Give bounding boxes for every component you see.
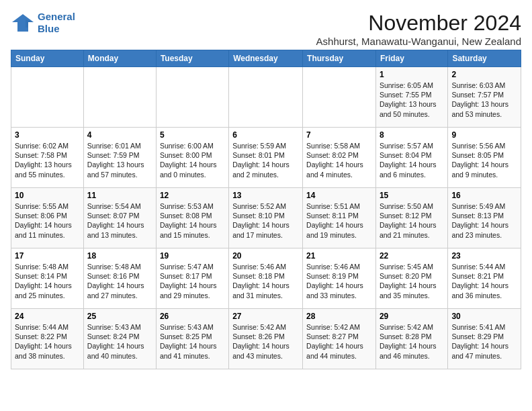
calendar-cell: 29Sunrise: 5:42 AMSunset: 8:28 PMDayligh… bbox=[375, 309, 447, 369]
logo: General Blue bbox=[11, 11, 75, 35]
page-wrapper: General Blue November 2024 Ashhurst, Man… bbox=[11, 11, 521, 369]
calendar-cell: 11Sunrise: 5:54 AMSunset: 8:07 PMDayligh… bbox=[83, 188, 156, 248]
day-info: Sunrise: 5:54 AMSunset: 8:07 PMDaylight:… bbox=[87, 201, 152, 240]
header-monday: Monday bbox=[83, 50, 156, 67]
day-info: Sunrise: 5:44 AMSunset: 8:22 PMDaylight:… bbox=[15, 322, 80, 361]
header-wednesday: Wednesday bbox=[229, 50, 303, 67]
day-number: 28 bbox=[306, 312, 372, 321]
calendar-cell bbox=[303, 67, 376, 128]
day-info: Sunrise: 5:41 AMSunset: 8:29 PMDaylight:… bbox=[451, 322, 517, 361]
calendar-cell bbox=[83, 67, 156, 128]
calendar-cell bbox=[229, 67, 303, 128]
calendar-cell: 12Sunrise: 5:53 AMSunset: 8:08 PMDayligh… bbox=[156, 188, 228, 248]
header-row: Sunday Monday Tuesday Wednesday Thursday… bbox=[11, 50, 521, 67]
day-number: 18 bbox=[87, 251, 152, 261]
calendar-cell: 23Sunrise: 5:44 AMSunset: 8:21 PMDayligh… bbox=[448, 248, 521, 309]
day-number: 17 bbox=[15, 251, 80, 261]
header-sunday: Sunday bbox=[11, 50, 84, 67]
day-number: 25 bbox=[87, 312, 152, 321]
day-number: 10 bbox=[15, 191, 80, 200]
day-number: 26 bbox=[160, 312, 225, 321]
calendar-cell: 9Sunrise: 5:56 AMSunset: 8:05 PMDaylight… bbox=[448, 128, 521, 188]
day-info: Sunrise: 5:57 AMSunset: 8:04 PMDaylight:… bbox=[380, 141, 444, 179]
calendar-cell: 20Sunrise: 5:46 AMSunset: 8:18 PMDayligh… bbox=[229, 248, 303, 309]
day-number: 20 bbox=[232, 251, 299, 261]
day-info: Sunrise: 5:42 AMSunset: 8:27 PMDaylight:… bbox=[306, 322, 372, 361]
day-number: 14 bbox=[306, 191, 372, 200]
title-block: November 2024 Ashhurst, Manawatu-Wanganu… bbox=[316, 11, 521, 47]
day-info: Sunrise: 5:43 AMSunset: 8:24 PMDaylight:… bbox=[87, 322, 152, 361]
day-info: Sunrise: 5:47 AMSunset: 8:17 PMDaylight:… bbox=[160, 262, 225, 300]
day-info: Sunrise: 5:50 AMSunset: 8:12 PMDaylight:… bbox=[380, 201, 444, 240]
day-info: Sunrise: 5:49 AMSunset: 8:13 PMDaylight:… bbox=[451, 201, 517, 240]
header-tuesday: Tuesday bbox=[156, 50, 228, 67]
calendar-cell: 18Sunrise: 5:48 AMSunset: 8:16 PMDayligh… bbox=[83, 248, 156, 309]
location-subtitle: Ashhurst, Manawatu-Wanganui, New Zealand bbox=[316, 36, 521, 47]
day-number: 15 bbox=[380, 191, 444, 200]
header-thursday: Thursday bbox=[303, 50, 376, 67]
day-info: Sunrise: 5:56 AMSunset: 8:05 PMDaylight:… bbox=[451, 141, 517, 179]
calendar-cell: 2Sunrise: 6:03 AMSunset: 7:57 PMDaylight… bbox=[448, 67, 521, 128]
day-info: Sunrise: 5:42 AMSunset: 8:26 PMDaylight:… bbox=[232, 322, 299, 361]
calendar-cell: 30Sunrise: 5:41 AMSunset: 8:29 PMDayligh… bbox=[448, 309, 521, 369]
calendar-week-2: 3Sunrise: 6:02 AMSunset: 7:58 PMDaylight… bbox=[11, 128, 521, 188]
day-info: Sunrise: 5:45 AMSunset: 8:20 PMDaylight:… bbox=[380, 262, 444, 300]
calendar-cell: 19Sunrise: 5:47 AMSunset: 8:17 PMDayligh… bbox=[156, 248, 228, 309]
day-number: 8 bbox=[380, 130, 444, 140]
day-info: Sunrise: 6:01 AMSunset: 7:59 PMDaylight:… bbox=[87, 141, 152, 179]
calendar-cell: 5Sunrise: 6:00 AMSunset: 8:00 PMDaylight… bbox=[156, 128, 228, 188]
calendar-cell: 14Sunrise: 5:51 AMSunset: 8:11 PMDayligh… bbox=[303, 188, 376, 248]
day-number: 27 bbox=[232, 312, 299, 321]
day-info: Sunrise: 5:46 AMSunset: 8:18 PMDaylight:… bbox=[232, 262, 299, 300]
calendar-week-4: 17Sunrise: 5:48 AMSunset: 8:14 PMDayligh… bbox=[11, 248, 521, 309]
day-info: Sunrise: 6:05 AMSunset: 7:55 PMDaylight:… bbox=[380, 81, 444, 119]
day-info: Sunrise: 5:52 AMSunset: 8:10 PMDaylight:… bbox=[232, 201, 299, 240]
month-title: November 2024 bbox=[316, 11, 521, 36]
day-info: Sunrise: 6:03 AMSunset: 7:57 PMDaylight:… bbox=[451, 81, 517, 119]
calendar-cell: 13Sunrise: 5:52 AMSunset: 8:10 PMDayligh… bbox=[229, 188, 303, 248]
logo-text: General Blue bbox=[38, 11, 75, 35]
day-info: Sunrise: 5:42 AMSunset: 8:28 PMDaylight:… bbox=[380, 322, 444, 361]
header-friday: Friday bbox=[375, 50, 447, 67]
day-number: 4 bbox=[87, 130, 152, 140]
calendar-cell: 17Sunrise: 5:48 AMSunset: 8:14 PMDayligh… bbox=[11, 248, 84, 309]
calendar-week-1: 1Sunrise: 6:05 AMSunset: 7:55 PMDaylight… bbox=[11, 67, 521, 128]
calendar-week-3: 10Sunrise: 5:55 AMSunset: 8:06 PMDayligh… bbox=[11, 188, 521, 248]
day-info: Sunrise: 5:53 AMSunset: 8:08 PMDaylight:… bbox=[160, 201, 225, 240]
calendar-cell: 6Sunrise: 5:59 AMSunset: 8:01 PMDaylight… bbox=[229, 128, 303, 188]
day-number: 12 bbox=[160, 191, 225, 200]
day-info: Sunrise: 5:59 AMSunset: 8:01 PMDaylight:… bbox=[232, 141, 299, 179]
calendar-cell: 22Sunrise: 5:45 AMSunset: 8:20 PMDayligh… bbox=[375, 248, 447, 309]
day-number: 30 bbox=[451, 312, 517, 321]
day-info: Sunrise: 5:48 AMSunset: 8:14 PMDaylight:… bbox=[15, 262, 80, 300]
day-number: 7 bbox=[306, 130, 372, 140]
calendar-cell: 4Sunrise: 6:01 AMSunset: 7:59 PMDaylight… bbox=[83, 128, 156, 188]
day-info: Sunrise: 6:00 AMSunset: 8:00 PMDaylight:… bbox=[160, 141, 225, 179]
day-number: 29 bbox=[380, 312, 444, 321]
day-info: Sunrise: 5:51 AMSunset: 8:11 PMDaylight:… bbox=[306, 201, 372, 240]
day-number: 13 bbox=[232, 191, 299, 200]
day-number: 6 bbox=[232, 130, 299, 140]
calendar-cell: 10Sunrise: 5:55 AMSunset: 8:06 PMDayligh… bbox=[11, 188, 84, 248]
day-number: 3 bbox=[15, 130, 80, 140]
calendar-body: 1Sunrise: 6:05 AMSunset: 7:55 PMDaylight… bbox=[11, 67, 521, 369]
day-number: 22 bbox=[380, 251, 444, 261]
calendar-cell bbox=[156, 67, 228, 128]
calendar-table: Sunday Monday Tuesday Wednesday Thursday… bbox=[11, 50, 521, 369]
day-info: Sunrise: 5:48 AMSunset: 8:16 PMDaylight:… bbox=[87, 262, 152, 300]
calendar-cell: 24Sunrise: 5:44 AMSunset: 8:22 PMDayligh… bbox=[11, 309, 84, 369]
day-number: 9 bbox=[451, 130, 517, 140]
day-number: 1 bbox=[380, 70, 444, 79]
day-number: 24 bbox=[15, 312, 80, 321]
header-saturday: Saturday bbox=[448, 50, 521, 67]
day-info: Sunrise: 5:46 AMSunset: 8:19 PMDaylight:… bbox=[306, 262, 372, 300]
day-number: 11 bbox=[87, 191, 152, 200]
day-number: 19 bbox=[160, 251, 225, 261]
calendar-cell: 15Sunrise: 5:50 AMSunset: 8:12 PMDayligh… bbox=[375, 188, 447, 248]
calendar-cell bbox=[11, 67, 84, 128]
day-number: 5 bbox=[160, 130, 225, 140]
day-info: Sunrise: 5:55 AMSunset: 8:06 PMDaylight:… bbox=[15, 201, 80, 240]
calendar-cell: 26Sunrise: 5:43 AMSunset: 8:25 PMDayligh… bbox=[156, 309, 228, 369]
day-info: Sunrise: 5:58 AMSunset: 8:02 PMDaylight:… bbox=[306, 141, 372, 179]
calendar-week-5: 24Sunrise: 5:44 AMSunset: 8:22 PMDayligh… bbox=[11, 309, 521, 369]
